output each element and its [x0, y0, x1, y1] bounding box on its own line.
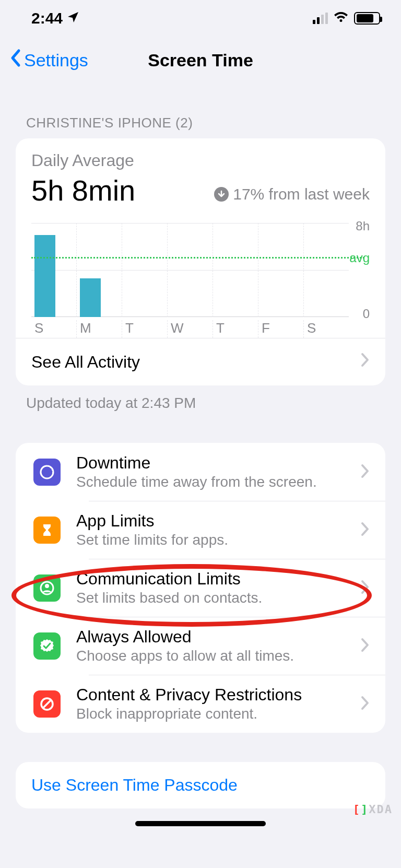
chart-y-min: 0 [363, 307, 370, 321]
row-subtitle: Set limits based on contacts. [76, 590, 360, 606]
row-subtitle: Set time limits for apps. [76, 532, 360, 548]
trend-indicator: 17% from last week [214, 185, 370, 207]
svg-point-5 [45, 584, 49, 588]
back-button[interactable]: Settings [0, 49, 88, 72]
usage-chart: avg 8h 0 SMTWTFS [16, 218, 385, 338]
chart-x-label: M [76, 320, 122, 338]
chevron-right-icon [360, 521, 370, 539]
location-icon [67, 9, 79, 27]
checkmark-seal-icon [33, 632, 61, 660]
row-title: Always Allowed [76, 627, 360, 647]
chevron-right-icon [360, 579, 370, 597]
screen-time-options: Downtime Schedule time away from the scr… [16, 443, 385, 733]
cellular-icon [313, 13, 328, 24]
see-all-label: See All Activity [31, 353, 140, 372]
no-sign-icon [33, 690, 61, 718]
nav-bar: Settings Screen Time [0, 37, 401, 84]
row-subtitle: Block inappropriate content. [76, 706, 360, 722]
chart-x-axis: SMTWTFS [31, 320, 370, 338]
arrow-down-icon [214, 187, 229, 202]
chart-x-label: T [122, 320, 167, 338]
row-title: App Limits [76, 511, 360, 531]
status-time: 2:44 [31, 9, 63, 27]
row-title: Content & Privacy Restrictions [76, 685, 360, 705]
passcode-label: Use Screen Time Passcode [31, 776, 238, 794]
watermark: []XDA [353, 803, 393, 816]
use-screen-time-passcode[interactable]: Use Screen Time Passcode [16, 762, 385, 808]
row-title: Communication Limits [76, 569, 360, 589]
daily-average-label: Daily Average [31, 151, 370, 170]
last-updated-label: Updated today at 2:43 PM [0, 385, 401, 412]
daily-average-value: 5h 8min [31, 173, 135, 207]
svg-line-3 [52, 475, 53, 476]
chart-bar [34, 235, 55, 318]
see-all-activity-row[interactable]: See All Activity [16, 338, 385, 385]
chart-bar [80, 278, 101, 317]
svg-line-1 [52, 470, 53, 470]
row-always-allowed[interactable]: Always Allowed Choose apps to allow at a… [16, 617, 385, 675]
row-title: Downtime [76, 453, 360, 473]
activity-card: Daily Average 5h 8min 17% from last week… [16, 138, 385, 385]
hourglass-icon [33, 517, 61, 544]
row-app-limits[interactable]: App Limits Set time limits for apps. [16, 501, 385, 559]
passcode-card: Use Screen Time Passcode [16, 762, 385, 808]
chart-y-max: 8h [356, 219, 370, 233]
home-indicator [135, 821, 266, 826]
row-content-privacy[interactable]: Content & Privacy Restrictions Block ina… [16, 675, 385, 733]
wifi-icon [333, 9, 349, 27]
chart-avg-label: avg [349, 251, 370, 265]
contact-icon [33, 574, 61, 602]
svg-line-7 [43, 700, 51, 708]
status-right [313, 9, 380, 27]
chevron-left-icon [9, 49, 22, 72]
downtime-icon [33, 459, 61, 486]
chart-x-label: F [258, 320, 303, 338]
row-subtitle: Choose apps to allow at all times. [76, 648, 360, 664]
row-communication-limits[interactable]: Communication Limits Set limits based on… [16, 559, 385, 617]
chevron-right-icon [360, 695, 370, 713]
chart-x-label: S [31, 320, 76, 338]
trend-text: 17% from last week [233, 185, 370, 203]
chart-x-label: T [213, 320, 258, 338]
battery-icon [354, 12, 380, 25]
row-downtime[interactable]: Downtime Schedule time away from the scr… [16, 443, 385, 501]
svg-line-0 [50, 467, 51, 468]
chart-x-label: S [303, 320, 349, 338]
back-label: Settings [24, 50, 88, 71]
chevron-right-icon [360, 637, 370, 655]
chevron-right-icon [360, 463, 370, 481]
row-subtitle: Schedule time away from the screen. [76, 474, 360, 490]
status-bar: 2:44 [0, 0, 401, 37]
chevron-right-icon [360, 352, 370, 372]
device-section-header: CHRISTINE'S IPHONE (2) [0, 84, 401, 138]
chart-x-label: W [167, 320, 213, 338]
